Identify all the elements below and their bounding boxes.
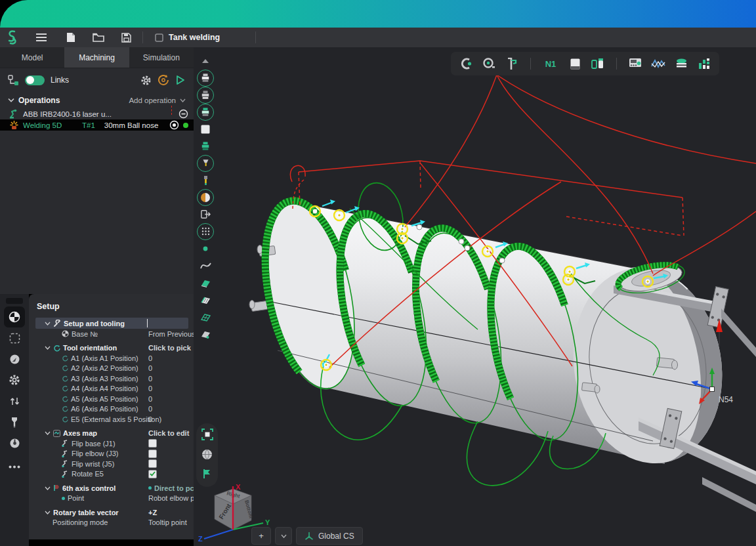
machining-process-button[interactable] [4,432,25,453]
save-button[interactable] [116,28,137,47]
control-panel-button[interactable] [628,56,642,71]
show-points-button[interactable] [196,240,215,257]
tree-row-robot[interactable]: ABB IRB2400-16 laser u... [0,108,194,119]
fit-view-button[interactable] [201,429,213,443]
setup-row-flip-elbow[interactable]: Flip elbow (J3) [35,449,188,459]
setup-row-a2[interactable]: A2 (Axis A2 Position) 0 [35,364,188,374]
setup-row-6th-axis[interactable]: 6th axis control Direct to pc [35,483,188,494]
tree-row-welding[interactable]: Welding 5D T#1 30mm Ball nose [0,119,194,131]
setup-row-rotate-e5[interactable]: Rotate E5 [35,469,188,480]
show-part-button[interactable] [196,104,215,120]
setup-row-e5[interactable]: E5 (External axis 5 Position) 0 [35,414,188,425]
isolate-view-button[interactable] [196,206,215,222]
show-surfaces-button[interactable] [196,274,215,291]
cs-dropdown-button[interactable] [275,527,292,545]
add-operation-button[interactable]: Add operation [129,96,176,104]
setup-row-rotary-vector[interactable]: Rotary table vector +Z [35,507,188,518]
machining-panel: Model Machining Simulation Links [0,47,194,294]
setup-row-base[interactable]: Base № From Previous [35,329,188,339]
links-graph-icon[interactable] [8,75,19,86]
show-axes-button[interactable] [196,189,215,205]
flag-marker-button[interactable] [203,469,211,482]
statistics-bars-button[interactable] [697,56,711,71]
setup-datum-button[interactable] [4,306,25,327]
flip-base-checkbox[interactable] [148,439,157,448]
cs-bottom-bar: + Global CS [251,527,363,545]
open-project-button[interactable] [87,28,110,47]
show-wireframe-surface-button[interactable] [196,308,215,325]
show-fixture-button[interactable] [196,87,215,103]
setup-row-point[interactable]: Point Robot elbow p [35,494,188,504]
tab-simulation[interactable]: Simulation [129,47,194,68]
measure-tape-icon [482,57,495,70]
setup-row-flip-base[interactable]: Flip base (J1) [35,438,188,449]
show-workpiece-button[interactable] [196,121,215,137]
parameters-button[interactable] [4,369,25,390]
global-cs-button[interactable]: Global CS [296,527,363,545]
scroll-up-button[interactable] [196,52,215,69]
setup-row-flip-wrist[interactable]: Flip wrist (J5) [35,459,188,469]
viewport-3d[interactable]: N54 [194,47,756,546]
tab-machining[interactable]: Machining [64,47,129,68]
more-tools-button[interactable] [4,456,25,477]
toolbar-separator [530,58,531,70]
blank-sheet-button[interactable] [568,56,582,71]
setup-row-a6[interactable]: A6 (Axis A6 Position) 0 [35,404,188,415]
show-mesh-button[interactable] [196,223,215,240]
flip-elbow-checkbox[interactable] [148,450,157,458]
layers-stack-button[interactable] [674,56,688,71]
show-tool-button[interactable] [196,155,215,171]
suppress-icon[interactable] [178,109,188,119]
setup-row-a5[interactable]: A5 (Axis A5 Position) 0 [35,394,188,404]
setup-row-positioning-mode[interactable]: Positioning mode Tooltip point [35,518,188,528]
axis-rotate-icon [62,365,68,371]
show-striped-surface-button[interactable] [196,291,215,308]
axis-rotate-icon [62,406,68,412]
show-curves-button[interactable] [196,257,215,274]
strip-handle[interactable] [6,298,23,304]
feeds-speeds-button[interactable] [4,348,25,369]
settings-gear-icon[interactable] [140,75,152,86]
measure-tape-button[interactable] [482,56,496,71]
fixtures-pair-button[interactable] [591,56,605,71]
main-menu-button[interactable] [30,28,52,47]
active-operation-icon[interactable] [169,120,179,130]
show-holder-button[interactable] [196,172,215,188]
show-machine-button[interactable] [196,70,215,86]
setup-row-a3[interactable]: A3 (Axis A3 Position) 0 [35,373,188,384]
chevron-down-icon [281,534,287,538]
tool-button[interactable] [4,411,25,432]
document-tab[interactable]: Tank welding [146,28,229,47]
drill-tool-icon [10,417,19,428]
app-logo-icon[interactable] [0,28,25,47]
recalculate-icon[interactable] [158,74,169,86]
view-zoom-pill [196,423,218,487]
setup-row-axes-map[interactable]: Axes map Click to edit [35,429,188,439]
links-toggle[interactable] [25,75,45,85]
tab-model[interactable]: Model [0,47,64,68]
add-cs-button[interactable]: + [251,527,271,545]
snap-magnet-button[interactable] [459,56,473,71]
rotate-e5-checkbox[interactable] [148,470,157,478]
chevron-down-icon[interactable] [8,98,14,102]
add-operation-caret-icon[interactable] [180,98,186,102]
setup-row-setup-and-tooling[interactable]: Setup and tooling [35,318,188,329]
flip-wrist-checkbox[interactable] [148,459,157,468]
gear-icon [9,374,20,386]
show-result-button[interactable] [196,138,215,154]
shading-mode-button[interactable] [201,449,213,463]
gcode-button[interactable]: N1 [542,56,559,71]
approach-return-button[interactable] [4,390,25,411]
setup-row-tool-orientation[interactable]: Tool orientation Click to pick [35,343,188,354]
caliper-button[interactable] [505,56,519,71]
workpiece-selection-button[interactable] [4,327,25,348]
knob-dial-icon [9,438,20,449]
signal-trace-button[interactable] [651,56,665,71]
new-document-button[interactable] [60,28,81,47]
show-shaded-surface-button[interactable] [196,326,215,342]
setup-row-a1[interactable]: A1 (Axis A1 Position) 0 [35,353,188,364]
setup-row-a4[interactable]: A4 (Axis A4 Position) 0 [35,384,188,394]
viewport-3d-scene[interactable]: N54 [194,47,756,546]
run-simulation-icon[interactable] [175,75,186,85]
compass-gauge-icon [9,354,20,365]
